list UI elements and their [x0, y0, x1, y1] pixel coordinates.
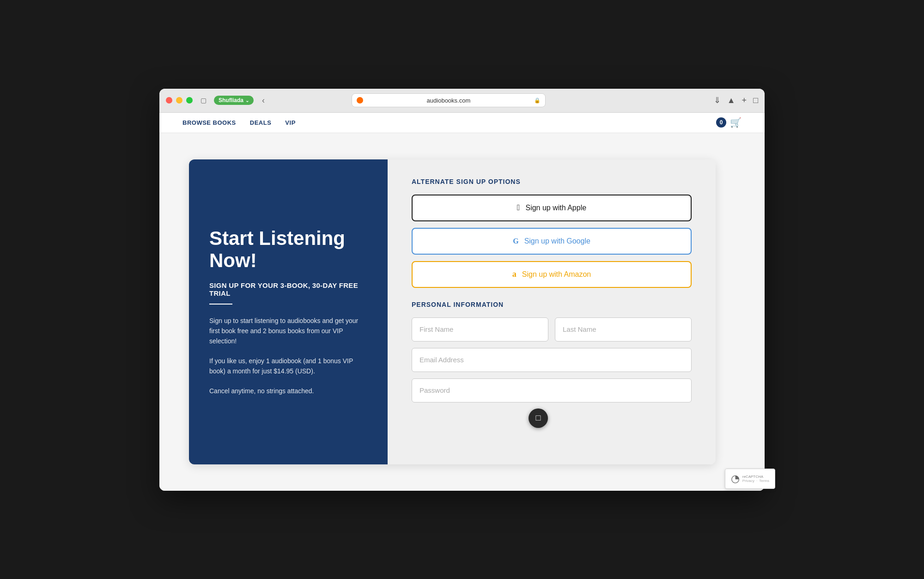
new-tab-icon[interactable]: + — [742, 96, 747, 105]
page-content: Start Listening Now! SIGN UP FOR YOUR 3-… — [159, 133, 765, 491]
tab-chip[interactable]: Shufliada ⌄ — [214, 96, 254, 105]
recaptcha-privacy-link[interactable]: Privacy — [742, 479, 754, 483]
recaptcha-label: reCAPTCHA — [742, 475, 769, 479]
chat-icon: □ — [536, 413, 541, 423]
tabs-icon[interactable]: □ — [753, 96, 758, 105]
minimize-button[interactable] — [176, 97, 182, 104]
chat-bubble-button[interactable]: □ — [529, 408, 548, 428]
hero-subtitle: SIGN UP FOR YOUR 3-BOOK, 30-DAY FREE TRI… — [209, 281, 367, 297]
email-input[interactable] — [412, 348, 692, 372]
url-text: audiobooks.com — [366, 97, 531, 104]
amazon-btn-label: Sign up with Amazon — [522, 270, 591, 279]
apple-btn-label: Sign up with Apple — [525, 204, 586, 212]
sign-up-google-button[interactable]: G Sign up with Google — [412, 228, 692, 255]
close-button[interactable] — [166, 97, 172, 104]
favicon-icon — [357, 97, 363, 104]
right-panel: ALTERNATE SIGN UP OPTIONS  Sign up with… — [388, 159, 716, 464]
first-name-input[interactable] — [412, 317, 548, 341]
cart-badge: 0 — [716, 117, 726, 128]
tab-label: Shufliada — [219, 97, 243, 104]
apple-icon:  — [517, 203, 520, 213]
download-icon[interactable]: ⇓ — [714, 95, 721, 105]
share-icon[interactable]: ▲ — [727, 96, 736, 105]
nav-bar: BROWSE BOOKS DEALS VIP 0 🛒 — [159, 113, 765, 133]
google-btn-label: Sign up with Google — [524, 237, 590, 245]
alternate-heading: ALTERNATE SIGN UP OPTIONS — [412, 178, 692, 185]
recaptcha-icon: ◔ — [731, 473, 740, 485]
hero-desc-3: Cancel anytime, no strings attached. — [209, 386, 367, 396]
vip-link[interactable]: VIP — [285, 119, 295, 126]
sidebar-toggle-button[interactable]: ▢ — [198, 95, 208, 105]
toolbar-actions: ⇓ ▲ + □ — [714, 95, 758, 105]
address-bar[interactable]: audiobooks.com 🔒 — [352, 93, 546, 107]
divider — [209, 304, 232, 305]
cart-icon[interactable]: 🛒 — [730, 117, 742, 128]
hero-desc-1: Sign up to start listening to audiobooks… — [209, 316, 367, 347]
cart-area: 0 🛒 — [716, 117, 742, 128]
sign-up-amazon-button[interactable]: a Sign up with Amazon — [412, 261, 692, 288]
main-card: Start Listening Now! SIGN UP FOR YOUR 3-… — [189, 159, 716, 464]
password-input[interactable] — [412, 378, 692, 402]
deals-link[interactable]: DEALS — [250, 119, 272, 126]
hero-title: Start Listening Now! — [209, 227, 367, 272]
last-name-input[interactable] — [555, 317, 692, 341]
personal-info-section: PERSONAL INFORMATION — [412, 301, 692, 402]
maximize-button[interactable] — [186, 97, 193, 104]
personal-heading: PERSONAL INFORMATION — [412, 301, 692, 308]
chevron-down-icon: ⌄ — [245, 98, 249, 103]
name-row — [412, 317, 692, 341]
traffic-lights — [166, 97, 193, 104]
hero-desc-2: If you like us, enjoy 1 audiobook (and 1… — [209, 356, 367, 377]
recaptcha-terms-link[interactable]: Terms — [759, 479, 769, 483]
title-bar: ▢ Shufliada ⌄ ‹ audiobooks.com 🔒 ⇓ ▲ + □ — [159, 89, 765, 113]
back-button[interactable]: ‹ — [262, 96, 265, 105]
lock-icon: 🔒 — [534, 98, 541, 104]
sign-up-apple-button[interactable]:  Sign up with Apple — [412, 195, 692, 221]
recaptcha-widget: ◔ reCAPTCHA Privacy · Terms — [725, 469, 775, 489]
google-icon: G — [513, 237, 518, 245]
left-panel: Start Listening Now! SIGN UP FOR YOUR 3-… — [189, 159, 388, 464]
browse-books-link[interactable]: BROWSE BOOKS — [182, 119, 236, 126]
amazon-icon: a — [512, 269, 517, 279]
